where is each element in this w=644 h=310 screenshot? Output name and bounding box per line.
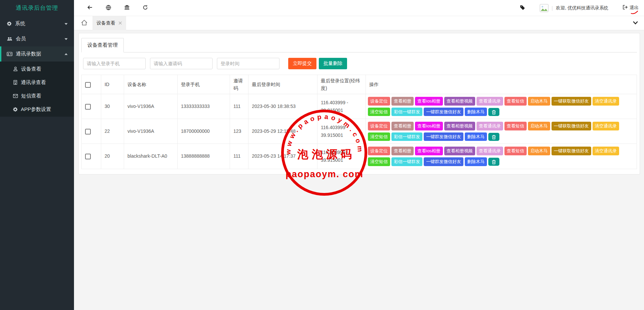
action-line: 设备定位查看相册查看ios相册查看相册视频查看通讯录查看短信启动木马一键获取微信… <box>368 146 635 156</box>
row-checkbox[interactable] <box>85 104 91 110</box>
home-button[interactable] <box>81 20 88 27</box>
logout-button[interactable]: 退出 <box>622 5 639 11</box>
delete-trojan-button[interactable]: 删除木马 <box>465 157 487 166</box>
view-album-button[interactable]: 查看相册 <box>391 97 414 106</box>
batch-delete-button[interactable]: 批量删除 <box>319 58 347 69</box>
cell-location: 116.403999 - 39.915001 <box>317 119 366 144</box>
view-album-video-button[interactable]: 查看相册视频 <box>444 122 475 130</box>
device-locate-button[interactable]: 设备定位 <box>368 97 390 106</box>
sidebar-item-contacts-view[interactable]: 通讯录查看 <box>0 76 74 89</box>
topbar-right: | 欢迎, 优优科技通讯录系统 退出 <box>519 4 642 12</box>
cell-invite: 111 <box>230 94 249 119</box>
avatar <box>540 4 548 12</box>
envelope-icon <box>13 94 18 98</box>
clear-contacts-button[interactable]: 清空通讯录 <box>593 147 619 155</box>
header-device: 设备名称 <box>124 75 178 94</box>
view-ios-album-button[interactable]: 查看ios相册 <box>415 147 443 155</box>
device-table: ID 设备名称 登录手机 邀请码 最后登录时间 最后登录位置(经纬度) 操作 3… <box>81 75 637 169</box>
topbar-icons <box>86 4 149 12</box>
caret-down-icon <box>64 23 68 25</box>
clear-sms-button[interactable]: 清空短信 <box>368 108 390 116</box>
view-contacts-button[interactable]: 查看通讯录 <box>477 147 503 155</box>
bulk-send-wechat-button[interactable]: 一键群发微信好友 <box>424 157 463 166</box>
login-time-input[interactable] <box>217 58 279 69</box>
sidebar-item-system[interactable]: 系统 <box>0 16 74 31</box>
id-card-icon <box>7 51 12 56</box>
cell-checkbox <box>82 94 101 119</box>
cell-actions: 设备定位查看相册查看ios相册查看相册视频查看通讯录查看短信启动木马一键获取微信… <box>366 144 637 169</box>
cell-invite: 123 <box>230 119 249 144</box>
sidebar-menu: 系统会员通讯录数据设备查看通讯录查看短信查看APP参数设置 <box>0 16 74 117</box>
bulk-send-wechat-button[interactable]: 一键群发微信好友 <box>424 132 463 141</box>
view-sms-button[interactable]: 查看短信 <box>504 147 527 155</box>
view-album-button[interactable]: 查看相册 <box>391 122 414 130</box>
sidebar-item-app-params[interactable]: APP参数设置 <box>0 103 74 116</box>
view-album-video-button[interactable]: 查看相册视频 <box>444 97 475 106</box>
submit-button[interactable]: 立即提交 <box>288 58 316 69</box>
trash-icon <box>492 110 496 115</box>
globe-button[interactable] <box>105 4 112 12</box>
sidebar-item-label: 系统 <box>15 21 25 27</box>
view-ios-album-button[interactable]: 查看ios相册 <box>415 122 443 130</box>
view-ios-album-button[interactable]: 查看ios相册 <box>415 97 443 106</box>
sidebar-item-device-view[interactable]: 设备查看 <box>0 62 74 76</box>
clear-contacts-button[interactable]: 清空通讯录 <box>593 122 619 130</box>
tabbar-collapse-button[interactable] <box>633 21 638 26</box>
sidebar-item-contacts-data[interactable]: 通讯录数据 <box>0 46 74 62</box>
action-line: 清空短信彩信一键群发一键群发微信好友删除木马 <box>368 107 635 117</box>
refresh-button[interactable] <box>142 4 149 12</box>
cell-actions: 设备定位查看相册查看ios相册查看相册视频查看通讯录查看短信启动木马一键获取微信… <box>366 94 637 119</box>
delete-button[interactable] <box>488 108 499 116</box>
tab-device-view[interactable]: 设备查看 <box>92 16 126 30</box>
invite-code-input[interactable] <box>150 58 213 69</box>
get-wechat-friends-button[interactable]: 一键获取微信好友 <box>552 97 591 106</box>
close-icon[interactable] <box>118 21 122 25</box>
delete-trojan-button[interactable]: 删除木马 <box>465 132 487 141</box>
mms-bulk-send-button[interactable]: 彩信一键群发 <box>391 157 422 166</box>
get-wechat-friends-button[interactable]: 一键获取微信好友 <box>552 147 591 155</box>
delete-trojan-button[interactable]: 删除木马 <box>465 108 487 116</box>
row-checkbox[interactable] <box>85 129 91 134</box>
clear-sms-button[interactable]: 清空短信 <box>368 157 390 166</box>
start-trojan-button[interactable]: 启动木马 <box>528 122 550 130</box>
sidebar-item-label: 设备查看 <box>21 66 41 72</box>
start-trojan-button[interactable]: 启动木马 <box>528 97 550 106</box>
clear-sms-button[interactable]: 清空短信 <box>368 132 390 141</box>
back-arrow-icon <box>87 5 93 11</box>
start-trojan-button[interactable]: 启动木马 <box>528 147 550 155</box>
globe-icon <box>106 5 111 11</box>
view-sms-button[interactable]: 查看短信 <box>504 122 527 130</box>
get-wechat-friends-button[interactable]: 一键获取微信好友 <box>552 122 591 130</box>
sidebar-item-sms-view[interactable]: 短信查看 <box>0 89 74 103</box>
login-phone-input[interactable] <box>83 58 146 69</box>
mms-bulk-send-button[interactable]: 彩信一键群发 <box>391 108 422 116</box>
refresh-icon <box>143 5 148 11</box>
cell-checkbox <box>82 119 101 144</box>
tab-device-manage[interactable]: 设备查看管理 <box>81 38 124 52</box>
table-row: 20blackshark-DLT-A0138888888881112023-05… <box>82 144 637 169</box>
delete-button[interactable] <box>488 133 499 141</box>
view-album-button[interactable]: 查看相册 <box>391 147 414 155</box>
tabbar: 设备查看 <box>74 16 644 30</box>
select-all-checkbox[interactable] <box>85 82 91 88</box>
device-locate-button[interactable]: 设备定位 <box>368 147 390 155</box>
topbar: | 欢迎, 优优科技通讯录系统 退出 <box>74 0 644 16</box>
view-sms-button[interactable]: 查看短信 <box>504 97 527 106</box>
tab-label: 设备查看 <box>97 20 115 26</box>
view-album-video-button[interactable]: 查看相册视频 <box>444 147 475 155</box>
sidebar-item-members[interactable]: 会员 <box>0 31 74 46</box>
caret-up-icon <box>64 53 68 55</box>
delete-button[interactable] <box>488 158 499 166</box>
back-button[interactable] <box>86 4 93 12</box>
bank-button[interactable] <box>123 4 130 12</box>
cell-checkbox <box>82 144 101 169</box>
filter-row: 立即提交 批量删除 <box>83 58 637 69</box>
row-checkbox[interactable] <box>85 154 91 159</box>
bulk-send-wechat-button[interactable]: 一键群发微信好友 <box>424 108 463 116</box>
mms-bulk-send-button[interactable]: 彩信一键群发 <box>391 132 422 141</box>
view-contacts-button[interactable]: 查看通讯录 <box>477 122 503 130</box>
tag-button[interactable] <box>519 4 526 12</box>
view-contacts-button[interactable]: 查看通讯录 <box>477 97 503 106</box>
clear-contacts-button[interactable]: 清空通讯录 <box>593 97 619 106</box>
device-locate-button[interactable]: 设备定位 <box>368 122 390 130</box>
